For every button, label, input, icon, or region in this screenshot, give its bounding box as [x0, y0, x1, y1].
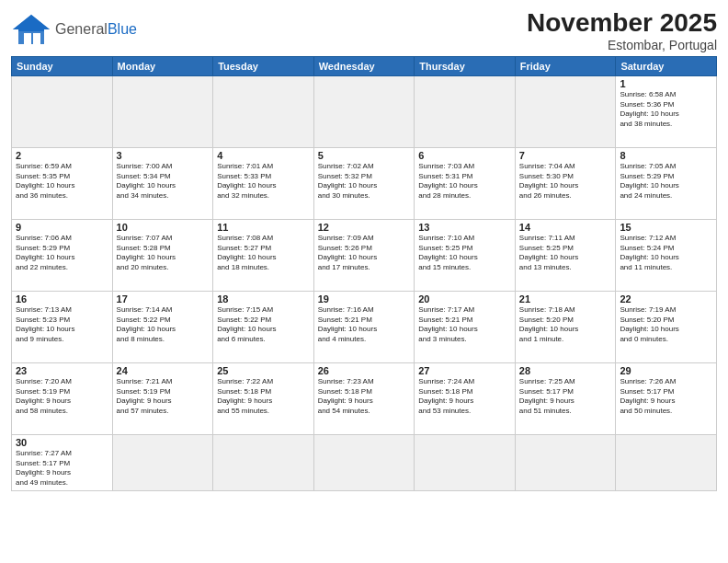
table-row: 12Sunrise: 7:09 AM Sunset: 5:26 PM Dayli…: [313, 219, 415, 291]
calendar-header-row: Sunday Monday Tuesday Wednesday Thursday…: [12, 56, 717, 75]
day-number: 1: [620, 78, 712, 89]
day-number: 28: [519, 365, 612, 376]
day-number: 3: [117, 150, 210, 161]
day-info: Sunrise: 7:18 AM Sunset: 5:20 PM Dayligh…: [519, 305, 612, 345]
day-number: 8: [620, 150, 712, 161]
day-number: 10: [117, 222, 210, 233]
day-info: Sunrise: 7:05 AM Sunset: 5:29 PM Dayligh…: [620, 162, 712, 201]
table-row: 10Sunrise: 7:07 AM Sunset: 5:28 PM Dayli…: [112, 219, 213, 291]
month-title: November 2025: [527, 9, 717, 38]
table-row: 29Sunrise: 7:26 AM Sunset: 5:17 PM Dayli…: [616, 362, 717, 434]
day-number: 15: [620, 222, 712, 233]
day-info: Sunrise: 7:27 AM Sunset: 5:17 PM Dayligh…: [16, 449, 108, 488]
day-number: 14: [519, 222, 612, 233]
day-info: Sunrise: 7:10 AM Sunset: 5:25 PM Dayligh…: [418, 234, 511, 273]
table-row: 23Sunrise: 7:20 AM Sunset: 5:19 PM Dayli…: [12, 362, 113, 434]
day-info: Sunrise: 7:14 AM Sunset: 5:22 PM Dayligh…: [117, 305, 210, 345]
table-row: [12, 75, 113, 147]
table-row: [213, 434, 314, 490]
day-info: Sunrise: 7:25 AM Sunset: 5:17 PM Dayligh…: [519, 377, 612, 417]
table-row: [415, 434, 516, 490]
table-row: 27Sunrise: 7:24 AM Sunset: 5:18 PM Dayli…: [415, 362, 516, 434]
day-info: Sunrise: 7:04 AM Sunset: 5:30 PM Dayligh…: [519, 162, 612, 201]
table-row: 13Sunrise: 7:10 AM Sunset: 5:25 PM Dayli…: [415, 219, 516, 291]
table-row: [112, 434, 213, 490]
day-number: 30: [16, 437, 108, 448]
day-info: Sunrise: 7:12 AM Sunset: 5:24 PM Dayligh…: [620, 234, 712, 273]
table-row: 11Sunrise: 7:08 AM Sunset: 5:27 PM Dayli…: [213, 219, 314, 291]
table-row: 7Sunrise: 7:04 AM Sunset: 5:30 PM Daylig…: [515, 147, 616, 219]
table-row: [515, 75, 616, 147]
table-row: 9Sunrise: 7:06 AM Sunset: 5:29 PM Daylig…: [12, 219, 113, 291]
day-number: 6: [418, 150, 511, 161]
day-number: 24: [117, 365, 210, 376]
table-row: 5Sunrise: 7:02 AM Sunset: 5:32 PM Daylig…: [313, 147, 415, 219]
day-number: 13: [418, 222, 511, 233]
logo-icon: [11, 13, 51, 46]
table-row: 28Sunrise: 7:25 AM Sunset: 5:17 PM Dayli…: [515, 362, 616, 434]
day-info: Sunrise: 7:13 AM Sunset: 5:23 PM Dayligh…: [16, 305, 108, 345]
svg-rect-2: [24, 33, 31, 44]
title-block: November 2025 Estombar, Portugal: [527, 9, 717, 52]
day-info: Sunrise: 7:01 AM Sunset: 5:33 PM Dayligh…: [217, 162, 310, 201]
page: GeneralBlue November 2025 Estombar, Port…: [0, 0, 728, 563]
logo-general: General: [55, 21, 108, 37]
day-number: 12: [318, 222, 411, 233]
day-number: 2: [16, 150, 108, 161]
day-info: Sunrise: 7:15 AM Sunset: 5:22 PM Dayligh…: [217, 305, 310, 345]
table-row: [313, 75, 415, 147]
day-number: 11: [217, 222, 310, 233]
day-number: 29: [620, 365, 712, 376]
table-row: 8Sunrise: 7:05 AM Sunset: 5:29 PM Daylig…: [616, 147, 717, 219]
table-row: 16Sunrise: 7:13 AM Sunset: 5:23 PM Dayli…: [12, 291, 113, 362]
table-row: [313, 434, 415, 490]
table-row: [515, 434, 616, 490]
table-row: [616, 434, 717, 490]
day-number: 7: [519, 150, 612, 161]
svg-rect-3: [33, 33, 40, 44]
table-row: 2Sunrise: 6:59 AM Sunset: 5:35 PM Daylig…: [12, 147, 113, 219]
day-info: Sunrise: 7:23 AM Sunset: 5:18 PM Dayligh…: [318, 377, 411, 417]
day-info: Sunrise: 7:22 AM Sunset: 5:18 PM Dayligh…: [217, 377, 310, 417]
day-number: 20: [418, 293, 511, 304]
day-info: Sunrise: 7:19 AM Sunset: 5:20 PM Dayligh…: [620, 305, 712, 345]
day-number: 21: [519, 293, 612, 304]
table-row: 1Sunrise: 6:58 AM Sunset: 5:36 PM Daylig…: [616, 75, 717, 147]
col-saturday: Saturday: [616, 56, 717, 75]
calendar: Sunday Monday Tuesday Wednesday Thursday…: [11, 56, 717, 491]
table-row: 20Sunrise: 7:17 AM Sunset: 5:21 PM Dayli…: [415, 291, 516, 362]
day-number: 4: [217, 150, 310, 161]
table-row: [213, 75, 314, 147]
day-info: Sunrise: 7:16 AM Sunset: 5:21 PM Dayligh…: [318, 305, 411, 345]
table-row: [415, 75, 516, 147]
col-thursday: Thursday: [415, 56, 516, 75]
logo-blue: Blue: [108, 21, 137, 37]
table-row: 4Sunrise: 7:01 AM Sunset: 5:33 PM Daylig…: [213, 147, 314, 219]
table-row: 3Sunrise: 7:00 AM Sunset: 5:34 PM Daylig…: [112, 147, 213, 219]
day-number: 19: [318, 293, 411, 304]
table-row: 15Sunrise: 7:12 AM Sunset: 5:24 PM Dayli…: [616, 219, 717, 291]
day-number: 22: [620, 293, 712, 304]
col-monday: Monday: [112, 56, 213, 75]
day-info: Sunrise: 7:26 AM Sunset: 5:17 PM Dayligh…: [620, 377, 712, 417]
table-row: 17Sunrise: 7:14 AM Sunset: 5:22 PM Dayli…: [112, 291, 213, 362]
col-friday: Friday: [515, 56, 616, 75]
day-info: Sunrise: 6:58 AM Sunset: 5:36 PM Dayligh…: [620, 90, 712, 130]
day-number: 17: [117, 293, 210, 304]
table-row: 30Sunrise: 7:27 AM Sunset: 5:17 PM Dayli…: [12, 434, 113, 490]
day-number: 25: [217, 365, 310, 376]
day-number: 26: [318, 365, 411, 376]
day-number: 9: [16, 222, 108, 233]
day-number: 16: [16, 293, 108, 304]
table-row: 6Sunrise: 7:03 AM Sunset: 5:31 PM Daylig…: [415, 147, 516, 219]
table-row: 24Sunrise: 7:21 AM Sunset: 5:19 PM Dayli…: [112, 362, 213, 434]
table-row: 19Sunrise: 7:16 AM Sunset: 5:21 PM Dayli…: [313, 291, 415, 362]
day-number: 23: [16, 365, 108, 376]
table-row: 26Sunrise: 7:23 AM Sunset: 5:18 PM Dayli…: [313, 362, 415, 434]
day-info: Sunrise: 7:02 AM Sunset: 5:32 PM Dayligh…: [318, 162, 411, 201]
day-info: Sunrise: 7:07 AM Sunset: 5:28 PM Dayligh…: [117, 234, 210, 273]
day-info: Sunrise: 7:20 AM Sunset: 5:19 PM Dayligh…: [16, 377, 108, 417]
col-wednesday: Wednesday: [313, 56, 415, 75]
table-row: 18Sunrise: 7:15 AM Sunset: 5:22 PM Dayli…: [213, 291, 314, 362]
day-info: Sunrise: 7:09 AM Sunset: 5:26 PM Dayligh…: [318, 234, 411, 273]
